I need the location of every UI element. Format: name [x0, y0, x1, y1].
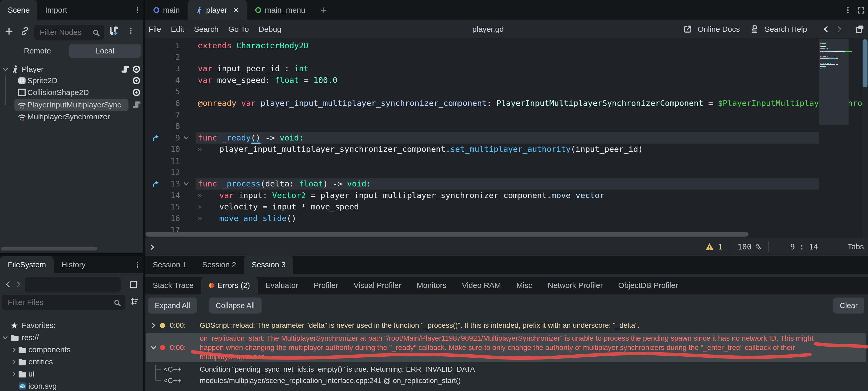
expand-icon[interactable]: [150, 322, 157, 329]
scene-tabs-menu-icon[interactable]: [844, 6, 852, 14]
code-line-9[interactable]: 9func _ready() -> void:: [145, 132, 868, 144]
external-link-icon: [683, 25, 692, 34]
fs-item-res[interactable]: res://: [0, 332, 144, 343]
scene-node-collisionshape2d[interactable]: CollisionShape2D: [0, 87, 144, 98]
fs-item-favorites[interactable]: ★Favorites:: [0, 320, 144, 331]
code-text: velocity = input * move_speed: [219, 201, 359, 213]
visibility-icon[interactable]: [132, 65, 141, 74]
indent-mode[interactable]: Tabs: [848, 242, 864, 251]
collision-icon: [18, 88, 26, 97]
error-list: 0:00:GDScript::reload: The parameter "de…: [145, 256, 868, 391]
fs-item-iconsvg[interactable]: icon.svg: [0, 381, 144, 391]
scene-tab-main_menu[interactable]: main_menu: [247, 0, 313, 20]
error-cpp-row[interactable]: <C++Condition "pending_sync_net_ids.is_e…: [145, 364, 868, 375]
tab-label: main_menu: [265, 6, 305, 15]
line-number: 9: [145, 132, 180, 144]
new-scene-tab-button[interactable]: +: [313, 0, 335, 20]
editor-status-bar: 1 100 % 9 : 14 Tabs: [145, 238, 868, 256]
star-icon: ★: [10, 320, 18, 331]
search-help-button[interactable]: Search Help: [765, 25, 807, 34]
zoom-level[interactable]: 100 %: [738, 242, 761, 251]
code-line-13[interactable]: 13func _process(delta: float) -> void:: [145, 178, 868, 190]
code-line-10[interactable]: 10»player_input_multiplayer_synchronizer…: [145, 143, 868, 155]
collapse-icon[interactable]: [150, 344, 157, 351]
fs-item-ui[interactable]: ui: [0, 368, 144, 380]
fs-item-entities[interactable]: entities: [0, 356, 144, 367]
minimap-line: [820, 53, 828, 54]
warning-icon[interactable]: [705, 242, 714, 251]
scene-node-player[interactable]: Player: [0, 63, 144, 75]
code-line-15[interactable]: 15»velocity = input * move_speed: [145, 201, 868, 213]
scene-tab-player[interactable]: player: [188, 0, 247, 20]
expand-icon[interactable]: [11, 346, 17, 353]
warning-count[interactable]: 1: [718, 242, 722, 251]
fold-icon[interactable]: [183, 180, 189, 187]
code-text: player_input_multiplayer_synchronizer_co…: [219, 143, 643, 155]
code-editor[interactable]: 1extends CharacterBody2D23var input_peer…: [145, 38, 868, 238]
menu-edit[interactable]: Edit: [171, 25, 184, 34]
code-line-2[interactable]: 2: [145, 51, 868, 63]
menu-debug[interactable]: Debug: [259, 25, 281, 34]
code-line-11[interactable]: 11: [145, 155, 868, 167]
code-line-8[interactable]: 8: [145, 120, 868, 132]
visibility-icon[interactable]: [132, 88, 141, 97]
editor-vscrollbar-thumb[interactable]: [863, 39, 867, 87]
script-icon[interactable]: [132, 101, 141, 109]
line-number: 15: [145, 201, 180, 213]
code-line-4[interactable]: 4var move_speed: float = 100.0: [145, 74, 868, 86]
menu-file[interactable]: File: [149, 25, 161, 34]
expand-icon[interactable]: [2, 66, 9, 73]
divider: [816, 24, 816, 35]
expand-icon[interactable]: [11, 371, 17, 377]
line-number: 14: [145, 190, 180, 201]
error-row-warning[interactable]: 0:00:GDScript::reload: The parameter "de…: [145, 320, 868, 331]
cursor-position[interactable]: 9 : 14: [776, 242, 833, 251]
scene-dock: SceneImport Remote Local PlayerSprite2DC…: [0, 0, 144, 253]
item-label: entities: [28, 357, 53, 366]
search-help-icon: [750, 25, 759, 34]
scene-node-sprite2d[interactable]: Sprite2D: [0, 75, 144, 86]
expand-icon[interactable]: [11, 359, 17, 365]
history-back-icon[interactable]: [822, 25, 830, 33]
code-line-12[interactable]: 12: [145, 167, 868, 178]
code-text: var input: Vector2 = player_input_multip…: [219, 190, 604, 201]
filesystem-dock: FileSystemHistory ★Favorites:res://compo…: [0, 256, 144, 391]
breadcrumb-chevron-icon: [149, 244, 156, 251]
code-line-1[interactable]: 1extends CharacterBody2D: [145, 40, 868, 51]
menu-go-to[interactable]: Go To: [228, 25, 249, 34]
script-icon[interactable]: [121, 65, 129, 73]
scene-tab-main[interactable]: main: [145, 0, 188, 20]
divider: [849, 24, 849, 35]
scene-node-playerinputmultiplayersync[interactable]: PlayerInputMultiplayerSync: [0, 99, 144, 111]
visibility-icon[interactable]: [132, 76, 141, 85]
indent-guide: »: [197, 201, 202, 213]
code-line-16[interactable]: 16»move_and_slide(): [145, 213, 868, 224]
item-label: Favorites:: [22, 321, 56, 330]
code-line-14[interactable]: 14»var input: Vector2 = player_input_mul…: [145, 190, 868, 201]
error-row-selected[interactable]: 0:00:on_replication_start: The Multiplay…: [146, 333, 866, 362]
code-line-7[interactable]: 7: [145, 109, 868, 120]
distraction-free-icon[interactable]: [857, 6, 865, 15]
error-message-line: happen when changing the multiplayer aut…: [200, 343, 795, 352]
line-number: 11: [145, 155, 180, 167]
scene-node-multiplayersynchronizer[interactable]: MultiplayerSynchronizer: [0, 111, 144, 122]
godot-icon: [18, 382, 27, 390]
error-time: 0:00:: [170, 321, 186, 330]
float-window-icon[interactable]: [855, 25, 864, 34]
breadcrumb-chevron-icon[interactable]: [149, 242, 156, 251]
online-docs-button[interactable]: Online Docs: [698, 25, 740, 34]
scene-hscrollbar[interactable]: [1, 247, 97, 251]
menu-search[interactable]: Search: [194, 25, 218, 34]
divider: [768, 241, 769, 252]
code-line-6[interactable]: 6@onready var player_input_multiplayer_s…: [145, 97, 868, 109]
code-line-3[interactable]: 3var input_peer_id : int: [145, 63, 868, 74]
close-icon[interactable]: [233, 7, 239, 13]
fold-icon[interactable]: [183, 135, 189, 141]
code-line-5[interactable]: 5: [145, 86, 868, 97]
fs-item-components[interactable]: components: [0, 344, 144, 355]
history-forward-icon[interactable]: [836, 25, 843, 33]
editor-hscrollbar-thumb[interactable]: [146, 232, 749, 236]
code-text: move_and_slide(): [219, 213, 297, 224]
expand-icon[interactable]: [2, 334, 8, 341]
error-cpp-row[interactable]: <C++modules/multiplayer/scene_replicatio…: [145, 375, 868, 386]
